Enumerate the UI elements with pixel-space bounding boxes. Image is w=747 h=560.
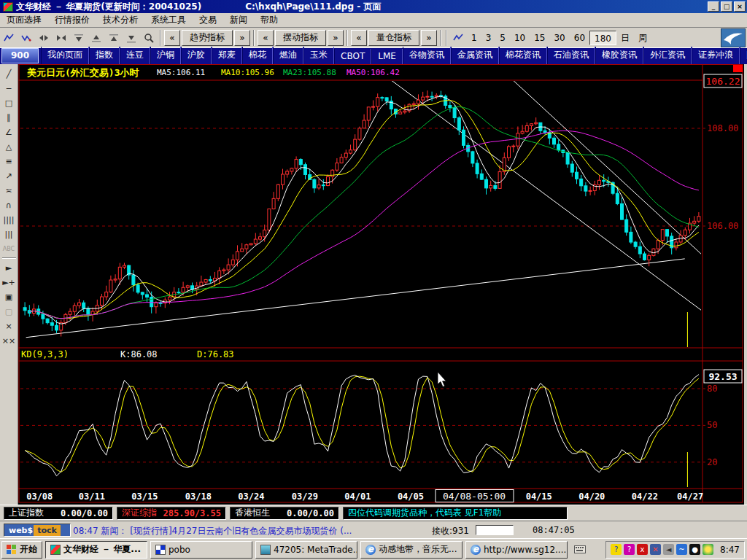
- indicator-group-摆动指标[interactable]: 摆动指标: [275, 30, 326, 46]
- task-button-3[interactable]: 47205: MetaTrade...: [255, 541, 357, 559]
- zigzag-icon[interactable]: [1, 30, 17, 46]
- tab-我的页面[interactable]: 我的页面: [41, 47, 89, 64]
- tab-CBOT[interactable]: CBOT: [334, 49, 371, 64]
- keyboard-icon[interactable]: [572, 542, 588, 558]
- menu-item-系统工具[interactable]: 系统工具: [144, 12, 193, 28]
- question-tray-icon[interactable]: ?: [624, 544, 635, 555]
- triangle-tool[interactable]: △: [1, 139, 17, 154]
- wenhua-tray-icon[interactable]: ~: [676, 544, 687, 555]
- tab-网上冲浪[interactable]: 网上冲浪: [740, 47, 747, 64]
- menu-item-交易[interactable]: 交易: [193, 12, 223, 28]
- fibonacci-lines-tool[interactable]: ≡: [1, 154, 17, 168]
- indicator-group-量仓指标[interactable]: 量仓指标: [368, 30, 419, 46]
- trend-line-tool[interactable]: ╱: [1, 66, 17, 81]
- task-button-4[interactable]: e动感地带，音乐无...: [360, 541, 462, 559]
- rectangle-tool[interactable]: □: [1, 96, 17, 110]
- trend-line-3: [509, 77, 701, 254]
- kd-d-line: [25, 376, 699, 472]
- expand-horizontal-icon[interactable]: [36, 30, 52, 46]
- period-button-15[interactable]: 15: [530, 31, 549, 45]
- period-button-30[interactable]: 30: [549, 31, 569, 45]
- pointer-tool[interactable]: ►: [1, 260, 17, 275]
- tab-沪胶[interactable]: 沪胶: [181, 47, 212, 64]
- zigzag-back-icon[interactable]: [18, 30, 34, 46]
- tab-LME[interactable]: LME: [371, 49, 403, 64]
- menu-item-行情报价[interactable]: 行情报价: [48, 12, 96, 28]
- time-lines-tool[interactable]: ||||: [1, 212, 17, 227]
- period-button-60[interactable]: 60: [570, 31, 589, 45]
- tab-石油资讯[interactable]: 石油资讯: [547, 47, 595, 64]
- menu-item-技术分析[interactable]: 技术分析: [96, 12, 144, 28]
- tab-金属资讯[interactable]: 金属资讯: [451, 47, 499, 64]
- tab-沪铜[interactable]: 沪铜: [150, 47, 181, 64]
- tab-棉花[interactable]: 棉花: [242, 47, 273, 64]
- period-button-5[interactable]: 5: [495, 31, 510, 45]
- prev-indicator-button[interactable]: «: [258, 30, 274, 46]
- prev-indicator-button[interactable]: «: [164, 30, 180, 46]
- next-indicator-button[interactable]: »: [421, 30, 437, 46]
- task-button-2[interactable]: pobo: [150, 541, 252, 559]
- period-button-周[interactable]: 周: [634, 31, 651, 45]
- minimize-button[interactable]: _: [708, 1, 719, 12]
- paste-tool[interactable]: ▢: [1, 304, 17, 319]
- tab-外汇资讯[interactable]: 外汇资讯: [643, 47, 692, 64]
- indicator-group-趋势指标[interactable]: 趋势指标: [182, 30, 233, 46]
- network-error-tray-icon[interactable]: ✕: [650, 544, 661, 555]
- period-button-3[interactable]: 3: [481, 31, 496, 45]
- compress-range-icon[interactable]: [106, 30, 122, 46]
- copy-tool[interactable]: ▣: [1, 289, 17, 304]
- cycle-lines-tool[interactable]: |||: [1, 227, 17, 241]
- tab-连豆[interactable]: 连豆: [120, 47, 150, 64]
- menu-item-帮助[interactable]: 帮助: [254, 12, 285, 28]
- shield-tray-icon[interactable]: x: [637, 544, 648, 555]
- arc-tool[interactable]: ∩: [1, 198, 17, 212]
- percent-lines-tool[interactable]: ≍: [1, 183, 17, 198]
- task-button-5[interactable]: ehttp://www.sg12....: [465, 541, 568, 559]
- tab-橡胶资讯[interactable]: 橡胶资讯: [595, 47, 643, 64]
- compress-horizontal-icon[interactable]: [53, 30, 69, 46]
- next-indicator-button[interactable]: »: [328, 30, 344, 46]
- delete-all-tool[interactable]: ××: [1, 333, 17, 348]
- period-button-180[interactable]: 180: [589, 31, 616, 45]
- compress-top-icon[interactable]: [71, 30, 87, 46]
- news-ticker[interactable]: 08:47 新闻： [现货行情]4月27日云南个旧有色金属交易市场现货价 (..…: [73, 525, 423, 537]
- horizontal-line-tool[interactable]: ─: [1, 81, 17, 96]
- tab-证券冲浪[interactable]: 证券冲浪: [692, 47, 740, 64]
- period-button-日[interactable]: 日: [616, 31, 634, 45]
- modem-tray-icon[interactable]: ◄: [663, 544, 674, 555]
- expand-top-icon[interactable]: [88, 30, 104, 46]
- move-tool[interactable]: ►+: [1, 275, 17, 289]
- next-indicator-button[interactable]: »: [234, 30, 250, 46]
- tab-玉米[interactable]: 玉米: [303, 47, 334, 64]
- tab-指数[interactable]: 指数: [89, 47, 120, 64]
- globe-tray-icon[interactable]: [703, 544, 713, 555]
- arrow-line-tool[interactable]: ↗: [1, 168, 17, 183]
- task-button-1[interactable]: 文华财经 － 华夏...: [45, 541, 147, 559]
- current-price-value: 106.22: [706, 76, 740, 87]
- delete-tool[interactable]: ×: [1, 319, 17, 333]
- text-tool[interactable]: ABC: [1, 241, 17, 256]
- parallel-lines-tool[interactable]: ∥: [1, 110, 17, 125]
- menu-item-新闻[interactable]: 新闻: [223, 12, 254, 28]
- tab-900[interactable]: 900: [1, 48, 39, 63]
- tab-棉花资讯[interactable]: 棉花资讯: [499, 47, 547, 64]
- period-button-10[interactable]: 10: [510, 31, 530, 45]
- start-button[interactable]: 开始: [1, 541, 42, 559]
- line-chart-icon[interactable]: [450, 30, 466, 46]
- help-tray-icon[interactable]: ?: [611, 544, 622, 555]
- chart-area[interactable]: 美元日元(外汇交易)3小时MA5:106.11MA10:105.96MA23:1…: [18, 64, 747, 505]
- menu-item-页面选择[interactable]: 页面选择: [0, 12, 48, 28]
- date-label: 04/15: [526, 491, 552, 502]
- tab-郑麦[interactable]: 郑麦: [212, 47, 242, 64]
- zoom-icon[interactable]: [141, 30, 157, 46]
- tab-燃油[interactable]: 燃油: [273, 47, 303, 64]
- expand-range-icon[interactable]: [123, 30, 139, 46]
- close-button[interactable]: ×: [734, 1, 746, 12]
- tab-谷物资讯[interactable]: 谷物资讯: [403, 47, 451, 64]
- maximize-button[interactable]: □: [721, 1, 732, 12]
- qq-tray-icon[interactable]: ●: [689, 544, 700, 555]
- prev-indicator-button[interactable]: «: [351, 30, 367, 46]
- period-button-1[interactable]: 1: [467, 31, 481, 45]
- kd-axis-label: 20: [707, 457, 717, 467]
- gann-angle-tool[interactable]: ∠: [1, 125, 17, 139]
